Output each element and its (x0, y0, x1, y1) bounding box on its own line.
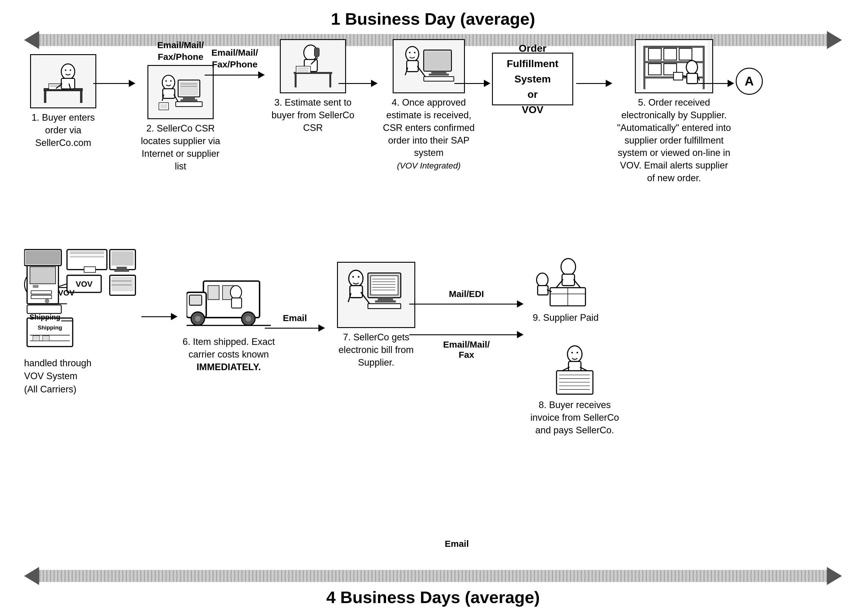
arrow-head (318, 324, 325, 332)
svg-rect-113 (375, 300, 396, 302)
email-label-2: Email/Mail/Fax/Phone (211, 47, 258, 70)
svg-rect-105 (208, 286, 219, 300)
svg-rect-56 (648, 49, 662, 60)
arrow-line (204, 75, 258, 75)
svg-rect-40 (425, 51, 451, 70)
step-6: Email 6. Item shipped. Exact carrier cos… (178, 262, 280, 374)
email-arrow-label: Email (283, 313, 307, 323)
svg-rect-91 (112, 251, 134, 266)
svg-rect-14 (181, 99, 197, 101)
svg-rect-116 (350, 286, 363, 298)
svg-rect-58 (679, 49, 692, 60)
diagram-container: 1 Business Day (average) (0, 0, 866, 616)
top-label: 1 Business Day (average) (24, 9, 842, 28)
shipping-label-overlay: Shipping (30, 313, 60, 321)
svg-rect-71 (31, 295, 52, 299)
csr-2-illustration (283, 42, 343, 90)
arrow-head (517, 300, 523, 308)
step-9: 9. Supplier Paid (527, 250, 605, 324)
svg-rect-81 (27, 318, 73, 347)
arrow-2-3-group: Email/Mail/Fax/Phone (204, 47, 265, 79)
arrow-head (728, 80, 734, 87)
arrow-to-A-top (698, 80, 734, 87)
arrow-7-8-group: Email/Mail/Fax (409, 331, 523, 360)
step-1-label: 1. Buyer enters order via SellerCo.com (24, 112, 102, 149)
buyer-invoice-illustration (539, 339, 611, 396)
svg-rect-92 (116, 267, 127, 269)
svg-rect-121 (371, 276, 398, 295)
vov-system-section: VOV Shipping (24, 247, 138, 396)
svg-rect-13 (183, 97, 195, 99)
arrow-line (265, 328, 318, 328)
svg-rect-93 (114, 270, 129, 272)
arrow-vov-truck (141, 313, 178, 320)
svg-rect-20 (163, 89, 175, 98)
step-2-label: 2. SellerCo CSR locates supplier via Int… (135, 122, 226, 173)
svg-line-87 (58, 284, 67, 286)
buyer-illustration (33, 57, 93, 105)
vov-system-svg: VOV Shipping (24, 247, 138, 355)
system-box-line1: Order Fulfillment (507, 42, 558, 69)
svg-point-10 (65, 69, 66, 71)
svg-point-120 (358, 276, 359, 277)
step-5-label: 5. Order received electronically by Supp… (617, 96, 731, 184)
arrow-line (338, 83, 371, 84)
step-2-image (148, 65, 214, 119)
step-7-image (337, 262, 415, 328)
svg-rect-76 (70, 256, 104, 258)
arrow-7-9 (409, 300, 523, 308)
svg-point-127 (561, 258, 575, 275)
svg-point-147 (571, 352, 573, 353)
svg-rect-54 (643, 46, 646, 90)
arrow-head (371, 80, 378, 87)
svg-rect-108 (231, 298, 242, 308)
arrow-head (258, 71, 265, 79)
arrow-7-8 (409, 331, 523, 338)
svg-rect-26 (160, 104, 167, 108)
svg-rect-135 (538, 286, 548, 295)
svg-rect-15 (180, 82, 198, 95)
svg-rect-62 (687, 74, 698, 84)
bottom-arrow (24, 567, 842, 585)
vov-label-overlay: VOV (58, 288, 75, 298)
svg-rect-51 (643, 46, 705, 48)
arrow-line (454, 83, 484, 84)
arrow-head (606, 80, 612, 87)
arrow-1-2 (93, 80, 135, 87)
svg-point-44 (405, 46, 418, 61)
svg-text:Shipping: Shipping (38, 324, 62, 331)
step-3-label: 3. Estimate sent to buyer from SellerCo … (268, 96, 358, 134)
sellerco-bill-illustration (340, 265, 412, 325)
svg-rect-2 (80, 91, 82, 103)
supplier-paid-illustration (530, 251, 602, 308)
arrow-line (409, 303, 517, 305)
svg-rect-114 (368, 303, 401, 308)
system-box: Order Fulfillment System or VOV (492, 53, 573, 105)
arrow-4-sys (454, 80, 490, 87)
system-box-line3: or (528, 88, 538, 100)
system-box-line4: VOV (522, 104, 544, 115)
svg-point-137 (567, 346, 582, 362)
svg-rect-112 (378, 298, 393, 300)
arrow-3-4 (338, 80, 378, 87)
svg-point-6 (61, 64, 75, 79)
svg-rect-43 (424, 77, 454, 81)
svg-point-69 (45, 299, 49, 303)
arrow-line (93, 83, 129, 84)
arrow-line (141, 316, 171, 317)
step-4-image (393, 39, 465, 93)
arrow-line (409, 334, 517, 335)
svg-rect-77 (84, 267, 95, 272)
svg-point-104 (245, 316, 251, 322)
step-6-image (187, 262, 271, 334)
arrow-head (171, 313, 178, 320)
step-9-image (527, 250, 605, 310)
bottom-arrow-left-head (24, 567, 39, 585)
top-arrow-right-head (827, 31, 842, 49)
bottom-label: 4 Business Days (average) (24, 588, 842, 607)
vov-system-image: VOV Shipping (24, 247, 138, 355)
svg-rect-95 (112, 277, 134, 291)
svg-point-134 (536, 273, 548, 287)
svg-rect-75 (70, 251, 104, 254)
svg-point-61 (686, 60, 698, 74)
